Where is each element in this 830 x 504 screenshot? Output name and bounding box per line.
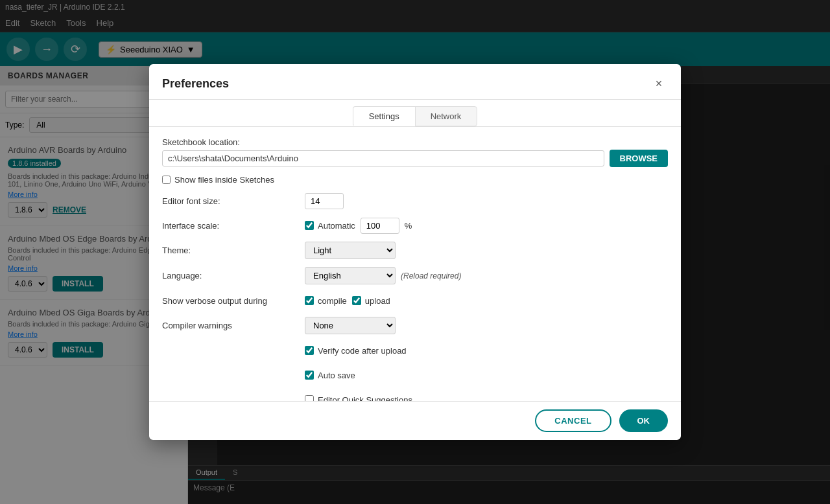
- auto-save-row: Auto save: [162, 367, 668, 384]
- verify-code-row: Verify code after upload: [162, 342, 668, 359]
- ok-button[interactable]: OK: [619, 409, 669, 432]
- font-size-input[interactable]: [305, 193, 344, 209]
- verify-code-label[interactable]: Verify code after upload: [305, 346, 407, 356]
- compiler-warnings-select[interactable]: None Default More All: [305, 317, 396, 334]
- automatic-checkbox-label[interactable]: Automatic: [305, 221, 355, 231]
- tab-network[interactable]: Network: [414, 106, 478, 126]
- compile-checkbox[interactable]: [305, 296, 314, 305]
- verbose-row: Show verbose output during compile uploa…: [162, 292, 668, 309]
- compile-checkbox-label[interactable]: compile: [305, 296, 347, 306]
- verify-code-value: Verify code after upload: [305, 346, 668, 356]
- dialog-tabs: Settings Network: [149, 100, 681, 127]
- upload-checkbox-label[interactable]: upload: [352, 296, 390, 306]
- reload-note: (Reload required): [401, 271, 461, 281]
- verbose-value: compile upload: [305, 296, 668, 306]
- upload-label: upload: [365, 296, 390, 306]
- dialog-body: Sketchbook location: BROWSE Show files i…: [149, 127, 681, 401]
- theme-value: Light Dark: [305, 242, 668, 259]
- compile-label: compile: [318, 296, 347, 306]
- auto-save-value: Auto save: [305, 371, 668, 380]
- quick-suggestions-row: Editor Quick Suggestions: [162, 391, 668, 401]
- quick-suggestions-value: Editor Quick Suggestions: [305, 395, 668, 402]
- interface-scale-row: Interface scale: Automatic %: [162, 217, 668, 234]
- automatic-label: Automatic: [318, 221, 355, 231]
- preferences-dialog: Preferences × Settings Network Sketchboo…: [149, 64, 681, 440]
- verify-code-checkbox[interactable]: [305, 346, 314, 355]
- theme-label: Theme:: [162, 246, 305, 255]
- quick-suggestions-label[interactable]: Editor Quick Suggestions: [305, 395, 412, 402]
- show-files-row: Show files inside Sketches: [162, 175, 668, 185]
- sketchbook-row: Sketchbook location: BROWSE: [162, 137, 668, 167]
- quick-suggestions-checkbox[interactable]: [305, 395, 314, 401]
- compiler-warnings-row: Compiler warnings None Default More All: [162, 317, 668, 334]
- dialog-header: Preferences ×: [149, 64, 681, 100]
- interface-scale-value: Automatic %: [305, 218, 668, 234]
- compiler-warnings-label: Compiler warnings: [162, 321, 305, 330]
- automatic-checkbox[interactable]: [305, 221, 314, 230]
- language-label: Language:: [162, 271, 305, 281]
- scale-input[interactable]: [361, 218, 399, 234]
- auto-save-checkbox[interactable]: [305, 371, 314, 380]
- verbose-label: Show verbose output during: [162, 296, 305, 306]
- modal-overlay: Preferences × Settings Network Sketchboo…: [0, 0, 830, 504]
- dialog-footer: CANCEL OK: [149, 401, 681, 440]
- show-files-checkbox[interactable]: [162, 176, 171, 184]
- verify-code-text: Verify code after upload: [318, 346, 407, 356]
- show-files-label[interactable]: Show files inside Sketches: [162, 175, 668, 185]
- auto-save-text: Auto save: [318, 371, 355, 380]
- language-value: English Deutsch Español Français (Reload…: [305, 267, 668, 284]
- sketchbook-inner: BROWSE: [162, 150, 668, 167]
- quick-suggestions-text: Editor Quick Suggestions: [318, 395, 412, 402]
- cancel-button[interactable]: CANCEL: [535, 409, 611, 432]
- theme-row: Theme: Light Dark: [162, 242, 668, 259]
- font-size-value: [305, 193, 668, 209]
- sketchbook-input[interactable]: [162, 150, 604, 166]
- sketchbook-label: Sketchbook location:: [162, 137, 668, 147]
- dialog-title: Preferences: [162, 77, 229, 91]
- auto-save-label[interactable]: Auto save: [305, 371, 355, 380]
- dialog-close-button[interactable]: ×: [650, 74, 668, 93]
- font-size-label: Editor font size:: [162, 196, 305, 206]
- scale-unit: %: [405, 221, 412, 231]
- interface-scale-label: Interface scale:: [162, 221, 305, 231]
- language-select[interactable]: English Deutsch Español Français: [305, 267, 396, 284]
- show-files-text: Show files inside Sketches: [174, 175, 274, 185]
- font-size-row: Editor font size:: [162, 192, 668, 209]
- theme-select[interactable]: Light Dark: [305, 242, 396, 259]
- upload-checkbox[interactable]: [352, 296, 361, 305]
- compiler-warnings-value: None Default More All: [305, 317, 668, 334]
- browse-button[interactable]: BROWSE: [610, 150, 669, 167]
- tab-settings[interactable]: Settings: [353, 106, 416, 126]
- language-row: Language: English Deutsch Español França…: [162, 267, 668, 284]
